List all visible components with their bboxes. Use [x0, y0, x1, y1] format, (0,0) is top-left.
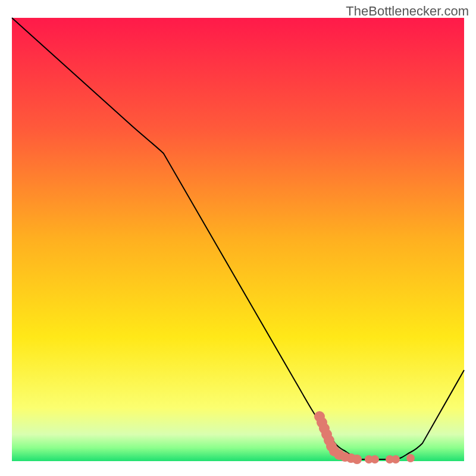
gradient-background — [12, 18, 464, 461]
chart-container: TheBottlenecker.com — [0, 0, 476, 476]
bottleneck-chart — [0, 0, 476, 476]
data-marker — [371, 455, 379, 464]
data-marker — [406, 454, 415, 462]
data-marker — [392, 455, 400, 464]
data-marker — [352, 455, 362, 464]
watermark-label: TheBottlenecker.com — [346, 4, 469, 19]
